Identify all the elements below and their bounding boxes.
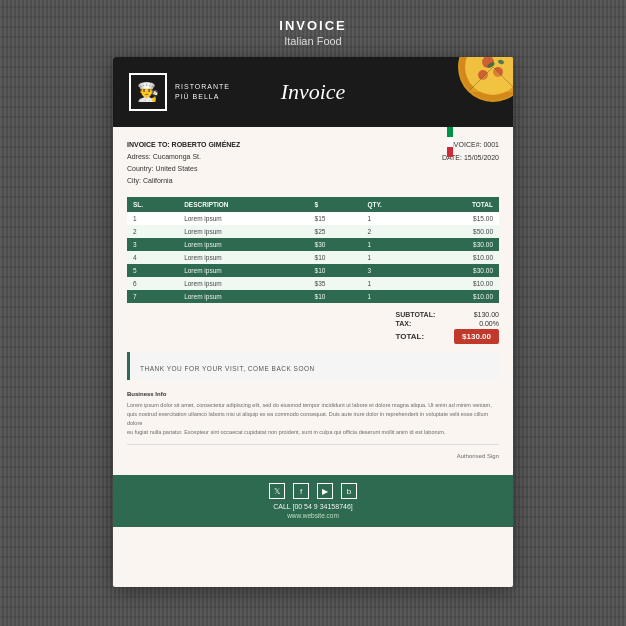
cell-sl: 2 bbox=[127, 225, 178, 238]
facebook-icon[interactable]: f bbox=[293, 483, 309, 499]
tax-row: TAX: 0.00% bbox=[395, 320, 499, 327]
cell-description: Lorem ipsum bbox=[178, 290, 308, 303]
table-row: 4 Lorem ipsum $10 1 $10.00 bbox=[127, 251, 499, 264]
table-row: 1 Lorem ipsum $15 1 $15.00 bbox=[127, 212, 499, 225]
footer-call: CALL [00 54 9 34158746] bbox=[127, 503, 499, 510]
invoice-table: SL. DESCRIPTION $ QTY. TOTAL 1 Lorem ips… bbox=[127, 197, 499, 303]
cell-total: $50.00 bbox=[423, 225, 499, 238]
cell-total: $10.00 bbox=[423, 277, 499, 290]
cell-total: $10.00 bbox=[423, 251, 499, 264]
col-description: DESCRIPTION bbox=[178, 197, 308, 212]
card-header: 👨‍🍳 RISTORANTE PIÙ BELLA Invoice bbox=[113, 57, 513, 127]
twitter-icon[interactable]: 𝕏 bbox=[269, 483, 285, 499]
page-title: INVOICE bbox=[279, 18, 346, 33]
total-final-row: TOTAL: $130.00 bbox=[395, 329, 499, 344]
table-row: 5 Lorem ipsum $10 3 $30.00 bbox=[127, 264, 499, 277]
auth-signature: Authorised Sign bbox=[127, 453, 499, 459]
col-qty: QTY. bbox=[361, 197, 422, 212]
billing-to: INVOICE TO: ROBERTO GIMÉNEZ Adress: Cuca… bbox=[127, 139, 240, 187]
table-row: 2 Lorem ipsum $25 2 $50.00 bbox=[127, 225, 499, 238]
cell-qty: 1 bbox=[361, 277, 422, 290]
card-body: INVOICE TO: ROBERTO GIMÉNEZ Adress: Cuca… bbox=[113, 127, 513, 475]
cell-description: Lorem ipsum bbox=[178, 238, 308, 251]
cell-price: $25 bbox=[309, 225, 362, 238]
total-badge: $130.00 bbox=[454, 329, 499, 344]
invoice-card: 👨‍🍳 RISTORANTE PIÙ BELLA Invoice bbox=[113, 57, 513, 587]
cell-total: $10.00 bbox=[423, 290, 499, 303]
totals-area: SUBTOTAL: $130.00 TAX: 0.00% TOTAL: $130… bbox=[127, 311, 499, 344]
subtotal-row: SUBTOTAL: $130.00 bbox=[395, 311, 499, 318]
social-icons: 𝕏 f ▶ b bbox=[127, 483, 499, 499]
flag-stripe bbox=[447, 127, 453, 157]
logo-area: 👨‍🍳 RISTORANTE PIÙ BELLA bbox=[129, 73, 230, 111]
footer-website: www.website.com bbox=[127, 512, 499, 519]
pizza-image bbox=[433, 57, 513, 125]
cell-sl: 4 bbox=[127, 251, 178, 264]
cell-sl: 5 bbox=[127, 264, 178, 277]
cell-qty: 1 bbox=[361, 212, 422, 225]
page-header: INVOICE Italian Food bbox=[279, 18, 346, 47]
table-row: 3 Lorem ipsum $30 1 $30.00 bbox=[127, 238, 499, 251]
card-footer: 𝕏 f ▶ b CALL [00 54 9 34158746] www.webs… bbox=[113, 475, 513, 527]
cell-qty: 1 bbox=[361, 251, 422, 264]
cell-description: Lorem ipsum bbox=[178, 251, 308, 264]
col-total: TOTAL bbox=[423, 197, 499, 212]
cell-total: $30.00 bbox=[423, 238, 499, 251]
cell-sl: 6 bbox=[127, 277, 178, 290]
cell-total: $15.00 bbox=[423, 212, 499, 225]
col-sl: SL. bbox=[127, 197, 178, 212]
cell-price: $35 bbox=[309, 277, 362, 290]
page-subtitle: Italian Food bbox=[279, 35, 346, 47]
blog-icon[interactable]: b bbox=[341, 483, 357, 499]
table-row: 6 Lorem ipsum $35 1 $10.00 bbox=[127, 277, 499, 290]
cell-price: $10 bbox=[309, 290, 362, 303]
cell-total: $30.00 bbox=[423, 264, 499, 277]
youtube-icon[interactable]: ▶ bbox=[317, 483, 333, 499]
cell-price: $10 bbox=[309, 264, 362, 277]
cell-price: $10 bbox=[309, 251, 362, 264]
cell-description: Lorem ipsum bbox=[178, 212, 308, 225]
col-price: $ bbox=[309, 197, 362, 212]
cell-qty: 2 bbox=[361, 225, 422, 238]
table-row: 7 Lorem ipsum $10 1 $10.00 bbox=[127, 290, 499, 303]
totals-block: SUBTOTAL: $130.00 TAX: 0.00% TOTAL: $130… bbox=[395, 311, 499, 344]
cell-qty: 3 bbox=[361, 264, 422, 277]
cell-sl: 3 bbox=[127, 238, 178, 251]
cell-qty: 1 bbox=[361, 238, 422, 251]
table-header-row: SL. DESCRIPTION $ QTY. TOTAL bbox=[127, 197, 499, 212]
billing-section: INVOICE TO: ROBERTO GIMÉNEZ Adress: Cuca… bbox=[127, 139, 499, 187]
chef-icon: 👨‍🍳 bbox=[137, 81, 159, 103]
restaurant-name: RISTORANTE PIÙ BELLA bbox=[175, 82, 230, 102]
business-info: Business Info Lorem ipsum dolor sit amet… bbox=[127, 390, 499, 446]
thank-you-text: THANK YOU FOR YOUR VISIT, COME BACK SOON bbox=[140, 365, 315, 372]
cell-sl: 7 bbox=[127, 290, 178, 303]
cell-description: Lorem ipsum bbox=[178, 264, 308, 277]
cell-description: Lorem ipsum bbox=[178, 225, 308, 238]
cell-qty: 1 bbox=[361, 290, 422, 303]
cell-description: Lorem ipsum bbox=[178, 277, 308, 290]
cell-sl: 1 bbox=[127, 212, 178, 225]
logo-box: 👨‍🍳 bbox=[129, 73, 167, 111]
cell-price: $30 bbox=[309, 238, 362, 251]
invoice-script-title: Invoice bbox=[281, 79, 346, 105]
cell-price: $15 bbox=[309, 212, 362, 225]
thank-you-banner: THANK YOU FOR YOUR VISIT, COME BACK SOON bbox=[127, 352, 499, 380]
